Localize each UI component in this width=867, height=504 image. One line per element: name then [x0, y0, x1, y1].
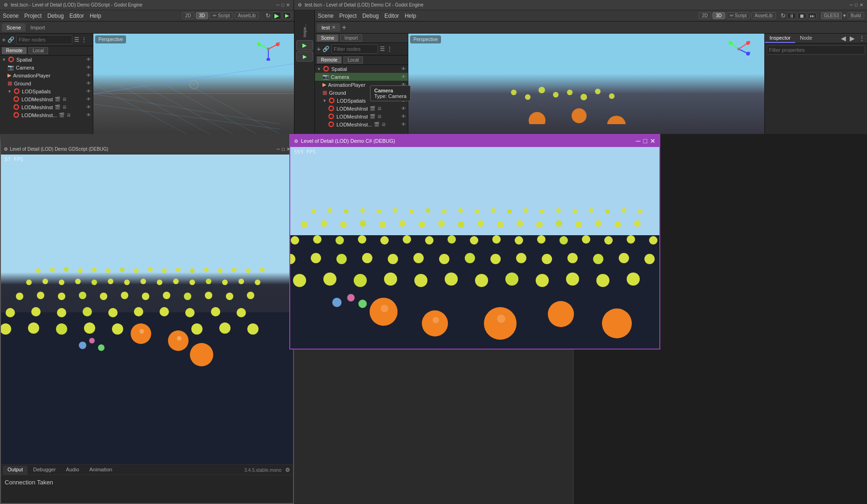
tree-node-spatial[interactable]: ▼ ⭕ Spatial 👁	[0, 56, 93, 63]
svg-point-124	[524, 208, 528, 213]
right-add-node-icon[interactable]: +	[317, 45, 321, 53]
svg-point-88	[108, 308, 118, 317]
right-pause-icon[interactable]: ⏸	[787, 13, 796, 19]
right-more-icon[interactable]: ⋮	[387, 46, 392, 52]
svg-point-112	[328, 208, 332, 213]
inspector-tab-inspector[interactable]: Inspector	[765, 34, 795, 43]
csharp-close-icon[interactable]: ✕	[650, 137, 656, 145]
right-scene-tab[interactable]: test ✕	[317, 23, 340, 32]
svg-point-85	[31, 307, 41, 316]
tree-node-lodspatials[interactable]: ▼ ⭕ LODSpatials 👁	[0, 87, 93, 95]
right-close-icon[interactable]: ✕	[860, 2, 863, 7]
left-scene-tab[interactable]: Scene	[2, 23, 26, 32]
left-play-scene-icon[interactable]: ▶	[283, 12, 291, 19]
remote-btn[interactable]: Remote	[2, 47, 27, 54]
right-scene-tab-label[interactable]: Scene	[317, 35, 338, 42]
play-scene-strip-btn[interactable]: ▶	[296, 51, 313, 62]
tree-node-animationplayer[interactable]: ▶ AnimationPlayer 👁	[0, 71, 93, 79]
right-maximize-icon[interactable]: □	[855, 2, 858, 7]
right-refresh-icon[interactable]: ↻	[781, 12, 786, 19]
gdscript-maximize-icon[interactable]: □	[282, 147, 285, 152]
left-toolbar-2d[interactable]: 2D	[182, 12, 195, 19]
csharp-maximize-icon[interactable]: □	[643, 137, 647, 145]
right-import-tab-label[interactable]: Import	[340, 35, 362, 42]
right-link-node-icon[interactable]: 🔗	[322, 46, 329, 52]
left-bottom-debugger-tab[interactable]: Debugger	[28, 466, 60, 475]
right-local-btn[interactable]: Local	[343, 56, 363, 63]
left-menu-help[interactable]: Help	[90, 13, 101, 19]
left-settings-icon[interactable]: ⚙	[284, 466, 291, 475]
svg-point-78	[142, 293, 149, 300]
right-menu-debug[interactable]: Debug	[362, 13, 378, 19]
left-menu-project[interactable]: Project	[24, 13, 42, 19]
close-icon[interactable]: ✕	[286, 2, 290, 7]
left-toolbar-3d[interactable]: 3D	[196, 12, 209, 19]
svg-point-63	[124, 280, 130, 285]
right-menu-project[interactable]: Project	[339, 13, 357, 19]
add-node-icon[interactable]: +	[2, 36, 6, 43]
left-bottom-audio-tab[interactable]: Audio	[61, 466, 84, 475]
right-toolbar-script[interactable]: ✏ Script	[727, 12, 750, 19]
tree-node-lodmesh1[interactable]: ⭕ LODMeshInst 🎬 🖥 👁	[0, 95, 93, 103]
right-tree-spatial[interactable]: ▼ ⭕ Spatial 👁	[315, 65, 408, 73]
svg-point-77	[121, 292, 128, 299]
svg-point-56	[260, 267, 265, 272]
right-menu-help[interactable]: Help	[405, 13, 416, 19]
inspector-back-icon[interactable]: ◀	[839, 34, 848, 43]
right-tree-camera[interactable]: 📷 Camera 👁	[315, 73, 408, 81]
left-menu-scene[interactable]: Scene	[3, 13, 19, 19]
tree-node-camera[interactable]: 📷 Camera 👁	[0, 63, 93, 71]
svg-point-94	[185, 308, 195, 317]
right-tree-lodmesh3[interactable]: ⭕ LODMeshInst... 🎬 🖥 👁	[315, 120, 408, 128]
left-toolbar-assetlib[interactable]: AssetLib	[235, 12, 259, 19]
tree-node-ground[interactable]: ▦ Ground 👁	[0, 79, 93, 87]
right-settings-icon[interactable]: ▾	[843, 13, 846, 19]
svg-point-153	[358, 235, 366, 244]
right-menu-scene[interactable]: Scene	[318, 13, 334, 19]
svg-point-149	[634, 220, 641, 227]
csharp-minimize-icon[interactable]: ─	[636, 137, 641, 145]
gdscript-minimize-icon[interactable]: ─	[277, 147, 280, 152]
right-remote-btn[interactable]: Remote	[317, 56, 342, 63]
link-node-icon[interactable]: 🔗	[7, 36, 14, 43]
left-toolbar-script[interactable]: ✏ Script	[210, 12, 233, 19]
tree-node-lodmesh2[interactable]: ⭕ LODMeshInst 🎬 🖥 👁	[0, 103, 93, 111]
left-menu-debug[interactable]: Debug	[47, 13, 63, 19]
right-search-input[interactable]	[331, 44, 378, 54]
maximize-icon[interactable]: □	[281, 2, 284, 7]
tree-node-lodmesh3[interactable]: ⭕ LODMeshInst... 🎬 🖥 👁	[0, 111, 93, 119]
inspector-filter-input[interactable]	[767, 45, 865, 55]
right-next-icon[interactable]: ⏭	[808, 13, 817, 19]
right-tab-close[interactable]: ✕	[332, 25, 336, 30]
left-play-icon[interactable]: ▶	[272, 12, 281, 20]
right-tree-lodmesh2[interactable]: ⭕ LODMeshInst 🎬 🖥 👁	[315, 112, 408, 120]
right-toolbar-2d[interactable]: 2D	[699, 12, 711, 19]
left-more-icon[interactable]: ⋮	[81, 36, 87, 43]
right-minimize-icon[interactable]: ─	[850, 2, 853, 7]
inspector-forward-icon[interactable]: ▶	[848, 34, 857, 43]
inspector-tab-node[interactable]: Node	[795, 34, 817, 43]
left-filter-icon[interactable]: ☰	[74, 36, 79, 43]
right-viewport-axes: X Y Z	[727, 37, 750, 61]
left-bottom-animation-tab[interactable]: Animation	[85, 466, 117, 475]
right-tab-add[interactable]: +	[340, 23, 348, 32]
right-menu-editor[interactable]: Editor	[385, 13, 399, 19]
local-btn[interactable]: Local	[28, 47, 48, 54]
left-import-tab[interactable]: Import	[26, 23, 49, 32]
right-stop-icon[interactable]: ⏹	[797, 13, 806, 19]
svg-point-120	[458, 208, 463, 213]
right-filter-icon[interactable]: ☰	[380, 46, 385, 52]
right-viewport-label[interactable]: Perspective	[410, 35, 441, 43]
left-search-input[interactable]	[16, 35, 72, 44]
left-refresh-icon[interactable]: ↻	[266, 12, 271, 19]
inspector-more-icon[interactable]: ⋮	[857, 34, 867, 43]
left-menu-editor[interactable]: Editor	[70, 13, 84, 19]
right-toolbar-3d[interactable]: 3D	[713, 12, 725, 19]
left-bottom-output-tab[interactable]: Output	[3, 466, 28, 475]
right-toolbar-assetlib[interactable]: AssetLib	[751, 12, 776, 19]
right-tree-lodmesh1[interactable]: ⭕ LODMeshInst 🎬 🖥 👁	[315, 105, 408, 112]
svg-point-173	[439, 254, 449, 264]
play-strip-btn[interactable]: ▶	[296, 40, 313, 50]
right-build-btn[interactable]: Build	[847, 12, 864, 19]
minimize-icon[interactable]: ─	[276, 2, 280, 7]
